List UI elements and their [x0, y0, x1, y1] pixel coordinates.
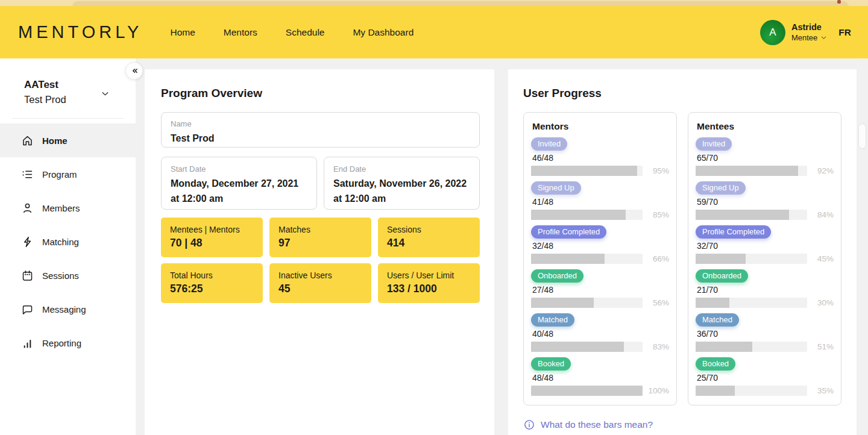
stage-percent: 45% — [807, 254, 834, 263]
app-header: MENTORLY HomeMentorsScheduleMy Dashboard… — [0, 6, 868, 58]
person-icon — [21, 202, 34, 214]
program-switcher[interactable]: AATest Test Prod — [0, 58, 136, 105]
user-menu[interactable]: A Astride Mentee FR — [760, 20, 851, 45]
stage-mentees-profile-completed: Profile Completed 32/70 45% — [696, 225, 834, 264]
stage-badge: Invited — [531, 137, 567, 151]
list-icon — [21, 168, 34, 181]
stat-mentees-mentors: Mentees | Mentors 70 | 48 — [161, 218, 263, 257]
avatar[interactable]: A — [760, 20, 785, 45]
sidebar-item-home[interactable]: Home — [0, 124, 136, 157]
stage-percent: 92% — [807, 166, 834, 175]
bars-help-label: What do these bars mean? — [541, 419, 653, 430]
progress-bar — [531, 210, 643, 220]
nav-schedule[interactable]: Schedule — [286, 27, 325, 38]
progress-bar — [531, 342, 643, 352]
dates-row: Start Date Monday, December 27, 2021 at … — [161, 157, 480, 210]
stage-percent: 66% — [643, 254, 669, 263]
scrollbar-track — [857, 58, 868, 435]
progress-bar — [531, 386, 643, 396]
end-date-label: End Date — [333, 164, 470, 174]
progress-bar — [696, 254, 807, 264]
progress-bar — [696, 298, 807, 308]
stage-percent: 95% — [643, 166, 669, 175]
progress-bar — [696, 166, 807, 176]
stage-badge: Profile Completed — [531, 225, 606, 239]
stage-mentors-profile-completed: Profile Completed 32/48 66% — [531, 225, 669, 264]
stage-percent: 85% — [643, 210, 669, 219]
info-icon — [523, 419, 535, 431]
program-overview-title: Program Overview — [161, 87, 480, 100]
stage-mentees-invited: Invited 65/70 92% — [696, 137, 834, 176]
browser-extension-icon — [837, 0, 841, 4]
stage-percent: 35% — [807, 386, 834, 395]
user-role-label: Mentee — [791, 33, 817, 42]
stage-count: 32/70 — [696, 241, 834, 251]
sidebar-item-members[interactable]: Members — [0, 191, 136, 225]
stage-count: 41/48 — [531, 197, 669, 207]
end-date-value: Saturday, November 26, 2022 at 12:00 am — [333, 176, 470, 206]
stage-count: 65/70 — [696, 153, 834, 163]
nav-home[interactable]: Home — [170, 27, 195, 38]
sidebar-item-matching[interactable]: Matching — [0, 225, 136, 258]
stage-badge: Signed Up — [696, 181, 746, 195]
header-nav: HomeMentorsScheduleMy Dashboard — [170, 27, 414, 38]
user-name: Astride — [791, 22, 828, 32]
progress-bar-fill — [531, 298, 594, 308]
stage-mentors-invited: Invited 46/48 95% — [531, 137, 669, 176]
stat-sessions: Sessions 414 — [378, 218, 480, 257]
brand-logo[interactable]: MENTORLY — [18, 22, 142, 42]
progress-bar — [531, 254, 643, 264]
stage-mentors-booked: Booked 48/48 100% — [531, 357, 669, 396]
progress-bar — [531, 166, 643, 176]
stage-percent: 51% — [807, 342, 834, 351]
bars-help-link[interactable]: What do these bars mean? — [523, 419, 841, 431]
progress-bar-fill — [696, 166, 798, 176]
stage-mentees-signed-up: Signed Up 59/70 84% — [696, 181, 834, 220]
user-progress-title: User Progress — [523, 87, 841, 100]
progress-card-mentors: Mentors Invited 46/48 95% Signed Up 41/4… — [523, 112, 677, 405]
progress-bar-fill — [531, 386, 643, 396]
chevron-down-icon — [820, 34, 828, 42]
progress-cards: Mentors Invited 46/48 95% Signed Up 41/4… — [523, 112, 841, 405]
sidebar-item-sessions[interactable]: Sessions — [0, 258, 136, 292]
stage-count: 25/70 — [696, 373, 834, 383]
scrollbar-thumb[interactable] — [858, 124, 866, 149]
stage-badge: Signed Up — [531, 181, 581, 195]
user-role-dropdown[interactable]: Mentee — [791, 33, 828, 42]
stage-badge: Booked — [696, 357, 735, 371]
progress-bar-fill — [696, 210, 789, 220]
nav-mentors[interactable]: Mentors — [224, 27, 257, 38]
progress-bar-fill — [696, 386, 735, 396]
stage-count: 36/70 — [696, 329, 834, 339]
stage-badge: Matched — [531, 313, 574, 327]
stage-count: 46/48 — [531, 153, 669, 163]
stat-total-hours: Total Hours 576:25 — [161, 263, 263, 303]
browser-chrome-strip — [0, 0, 868, 6]
name-field-value: Test Prod — [171, 131, 470, 146]
user-info[interactable]: Astride Mentee — [791, 22, 828, 42]
sidebar-collapse-button[interactable] — [125, 62, 143, 80]
stage-badge: Booked — [531, 357, 571, 371]
progress-bar-fill — [531, 210, 626, 220]
sidebar-item-reporting[interactable]: Reporting — [0, 326, 136, 360]
stage-mentors-onboarded: Onboarded 27/48 56% — [531, 269, 669, 308]
chat-icon — [21, 303, 34, 316]
name-field-label: Name — [171, 119, 470, 128]
double-chevron-left-icon — [129, 66, 139, 76]
stage-badge: Onboarded — [531, 269, 583, 283]
nav-my-dashboard[interactable]: My Dashboard — [353, 27, 414, 38]
stage-badge: Onboarded — [696, 269, 748, 283]
progress-bar — [531, 298, 643, 308]
sidebar-item-messaging[interactable]: Messaging — [0, 292, 136, 326]
progress-bar — [696, 210, 807, 220]
stage-badge: Invited — [696, 137, 732, 151]
progress-card-mentees: Mentees Invited 65/70 92% Signed Up 59/7… — [688, 112, 841, 405]
user-progress-panel: User Progress Mentors Invited 46/48 95% … — [508, 69, 857, 435]
stage-mentees-booked: Booked 25/70 35% — [696, 357, 834, 396]
stage-percent: 56% — [643, 298, 669, 307]
stage-mentees-onboarded: Onboarded 21/70 30% — [696, 269, 834, 308]
language-toggle[interactable]: FR — [838, 27, 851, 38]
progress-bar-fill — [531, 254, 605, 264]
stage-count: 21/70 — [696, 285, 834, 295]
sidebar-item-program[interactable]: Program — [0, 157, 136, 191]
